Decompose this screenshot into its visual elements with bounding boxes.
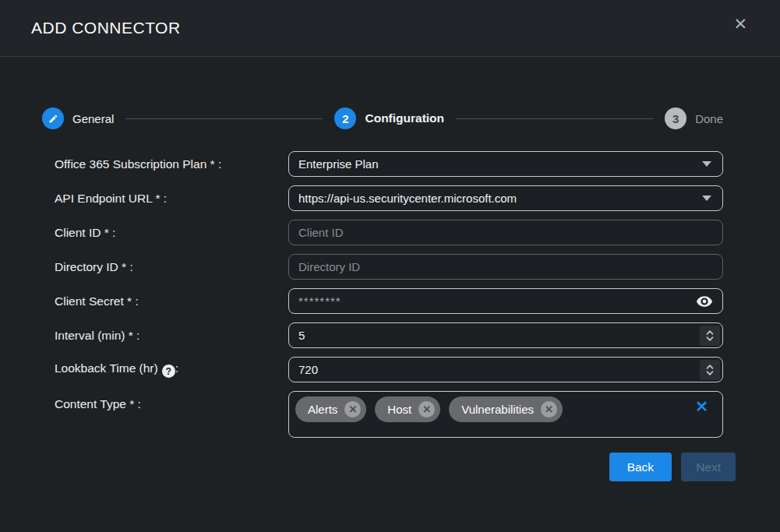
field-row-client-id: Client ID * : <box>0 220 780 245</box>
remove-tag-icon[interactable]: ✕ <box>344 401 361 417</box>
client-id-input[interactable] <box>289 220 722 245</box>
field-row-subscription-plan: Office 365 Subscription Plan * : Enterpr… <box>0 151 780 177</box>
chevron-down-icon <box>702 196 711 201</box>
dialog-title: ADD CONNECTOR <box>31 19 181 37</box>
step-general-circle <box>42 107 64 129</box>
dialog-footer: Back Next <box>0 453 736 481</box>
stepper-connector <box>456 118 653 119</box>
number-stepper-icon[interactable] <box>700 360 720 380</box>
selected-value: https://api-us.securitycenter.microsoft.… <box>289 192 702 205</box>
clear-selection-icon[interactable]: ✕ <box>695 399 708 414</box>
tag-vulnerabilities: Vulnerabilities ✕ <box>449 396 563 422</box>
tag-label: Vulnerabilities <box>461 403 534 416</box>
field-row-directory-id: Directory ID * : <box>0 254 780 280</box>
remove-tag-icon[interactable]: ✕ <box>418 401 435 417</box>
field-row-lookback: Lookback Time (hr)?: <box>0 357 780 382</box>
stepper-connector <box>125 118 323 119</box>
interval-input[interactable] <box>289 323 722 347</box>
tag-label: Alerts <box>308 403 337 416</box>
field-label: Lookback Time (hr)?: <box>55 361 288 379</box>
eye-icon[interactable] <box>696 295 713 308</box>
directory-id-input[interactable] <box>289 255 722 279</box>
step-done: 3 Done <box>665 107 723 129</box>
field-label: Content Type * : <box>55 391 288 411</box>
step-general-label: General <box>72 112 114 125</box>
selected-value: Enterprise Plan <box>289 157 702 171</box>
field-label: Office 365 Subscription Plan * : <box>55 157 288 171</box>
tag-host: Host ✕ <box>375 396 440 422</box>
field-label: Client Secret * : <box>55 294 288 308</box>
back-button[interactable]: Back <box>609 453 672 481</box>
field-label: Client ID * : <box>55 226 288 240</box>
step-done-label: Done <box>695 112 723 125</box>
tag-label: Host <box>387 403 411 416</box>
field-row-api-endpoint: API Endpoint URL * : https://api-us.secu… <box>0 185 780 211</box>
wizard-stepper: General 2 Configuration 3 Done <box>42 107 723 130</box>
content-type-multiselect[interactable]: Alerts ✕ Host ✕ Vulnerabilities ✕ ✕ <box>288 391 723 438</box>
pencil-icon <box>48 114 58 124</box>
field-label: Directory ID * : <box>55 260 288 274</box>
step-general[interactable]: General <box>42 107 114 129</box>
field-label: API Endpoint URL * : <box>55 192 288 206</box>
dialog-header: ADD CONNECTOR ✕ <box>0 0 780 57</box>
field-label: Interval (min) * : <box>55 329 288 343</box>
connector-config-form: Office 365 Subscription Plan * : Enterpr… <box>0 151 780 438</box>
field-row-interval: Interval (min) * : <box>0 322 780 348</box>
step-configuration-label: Configuration <box>365 111 444 125</box>
field-row-client-secret: Client Secret * : <box>0 288 780 314</box>
help-icon[interactable]: ? <box>162 365 175 378</box>
close-icon[interactable]: ✕ <box>733 16 747 32</box>
step-configuration-circle: 2 <box>334 107 356 129</box>
step-done-circle: 3 <box>665 107 686 129</box>
subscription-plan-select[interactable]: Enterprise Plan <box>288 151 723 177</box>
remove-tag-icon[interactable]: ✕ <box>541 401 557 417</box>
next-button[interactable]: Next <box>681 453 736 481</box>
tag-alerts: Alerts ✕ <box>295 396 366 422</box>
api-endpoint-select[interactable]: https://api-us.securitycenter.microsoft.… <box>288 185 723 211</box>
step-configuration[interactable]: 2 Configuration <box>334 107 444 129</box>
number-stepper-icon[interactable] <box>700 326 720 346</box>
field-row-content-type: Content Type * : Alerts ✕ Host ✕ Vulnera… <box>0 391 780 438</box>
lookback-input[interactable] <box>289 358 722 382</box>
client-secret-input[interactable] <box>289 289 696 313</box>
chevron-down-icon <box>702 161 711 167</box>
